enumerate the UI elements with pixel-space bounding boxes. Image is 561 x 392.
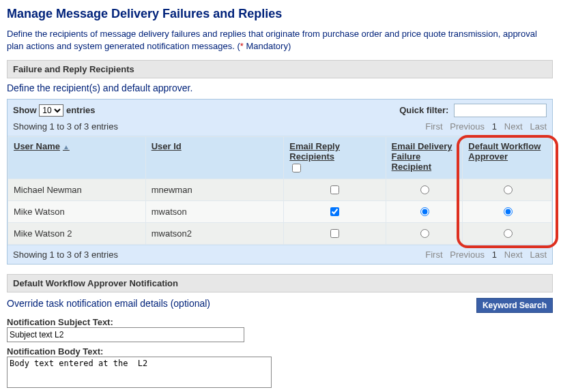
- page-title: Manage Message Delivery Failures and Rep…: [7, 7, 553, 21]
- sort-asc-icon: ▲: [63, 143, 70, 151]
- email-reply-select-all[interactable]: [292, 164, 301, 172]
- pager-previous[interactable]: Previous: [450, 250, 485, 260]
- quick-filter-label: Quick filter:: [399, 105, 448, 115]
- cell-user-id: mnewman: [145, 179, 284, 201]
- quick-filter-input[interactable]: [454, 104, 547, 117]
- section-failure-recipients-sub: Define the recipient(s) and default appr…: [7, 82, 553, 93]
- keyword-search-button[interactable]: Keyword Search: [476, 298, 553, 313]
- pager-current: 1: [492, 250, 497, 260]
- pager-next[interactable]: Next: [504, 121, 523, 132]
- email-fail-radio[interactable]: [420, 185, 429, 194]
- cell-user-name: Mike Watson 2: [8, 223, 146, 245]
- page-intro: Define the recipients of message deliver…: [7, 28, 553, 52]
- cell-user-name: Mike Watson: [8, 201, 146, 223]
- cell-user-id: mwatson2: [145, 223, 284, 245]
- show-label-post: entries: [66, 105, 96, 115]
- cell-user-id: mwatson: [145, 201, 284, 223]
- col-email-reply[interactable]: Email Reply Recipients: [284, 137, 386, 179]
- pager-first[interactable]: First: [425, 250, 442, 260]
- col-approver[interactable]: Default Workflow Approver: [463, 137, 552, 179]
- pager-bot: First Previous 1 Next Last: [425, 250, 547, 260]
- approver-radio[interactable]: [504, 207, 513, 216]
- body-textarea[interactable]: [7, 357, 272, 388]
- pager-top: First Previous 1 Next Last: [425, 121, 547, 132]
- entries-select[interactable]: 10: [39, 104, 63, 117]
- subject-input[interactable]: [7, 327, 244, 342]
- table-footer-controls: Showing 1 to 3 of 3 entries First Previo…: [8, 245, 552, 264]
- approver-radio[interactable]: [504, 185, 513, 194]
- col-user-id[interactable]: User Id: [145, 137, 284, 179]
- pager-last[interactable]: Last: [530, 250, 547, 260]
- pager-next[interactable]: Next: [504, 250, 523, 260]
- col-user-name[interactable]: User Name▲: [8, 137, 146, 179]
- col-email-fail[interactable]: Email Delivery Failure Recipient: [386, 137, 463, 179]
- section-approver-notification-sub: Override task notification email details…: [7, 298, 210, 309]
- table-row: Michael Newman mnewman: [8, 179, 552, 201]
- table-row: Mike Watson 2 mwatson2: [8, 223, 552, 245]
- email-reply-checkbox[interactable]: [330, 185, 339, 194]
- email-fail-radio[interactable]: [420, 207, 429, 216]
- email-reply-checkbox[interactable]: [330, 229, 339, 238]
- pager-first[interactable]: First: [425, 121, 442, 132]
- email-fail-radio[interactable]: [420, 229, 429, 238]
- show-label-pre: Show: [13, 105, 37, 115]
- pager-current: 1: [492, 121, 497, 132]
- intro-mandatory: Mandatory): [244, 41, 291, 51]
- section-approver-notification-header: Default Workflow Approver Notification: [7, 274, 553, 292]
- table-header-controls: Show 10 entries Quick filter: Showing 1 …: [8, 100, 552, 136]
- approver-radio[interactable]: [504, 229, 513, 238]
- recipients-table: User Name▲ User Id Email Reply Recipient…: [8, 136, 552, 245]
- subject-label: Notification Subject Text:: [7, 317, 553, 327]
- body-label: Notification Body Text:: [7, 346, 553, 357]
- table-row: Mike Watson mwatson: [8, 201, 552, 223]
- showing-text-bot: Showing 1 to 3 of 3 entries: [13, 250, 118, 260]
- cell-user-name: Michael Newman: [8, 179, 146, 201]
- email-reply-checkbox[interactable]: [330, 207, 339, 216]
- pager-last[interactable]: Last: [530, 121, 547, 132]
- showing-text-top: Showing 1 to 3 of 3 entries: [13, 121, 118, 132]
- pager-previous[interactable]: Previous: [450, 121, 485, 132]
- section-failure-recipients-header: Failure and Reply Recipients: [7, 60, 553, 78]
